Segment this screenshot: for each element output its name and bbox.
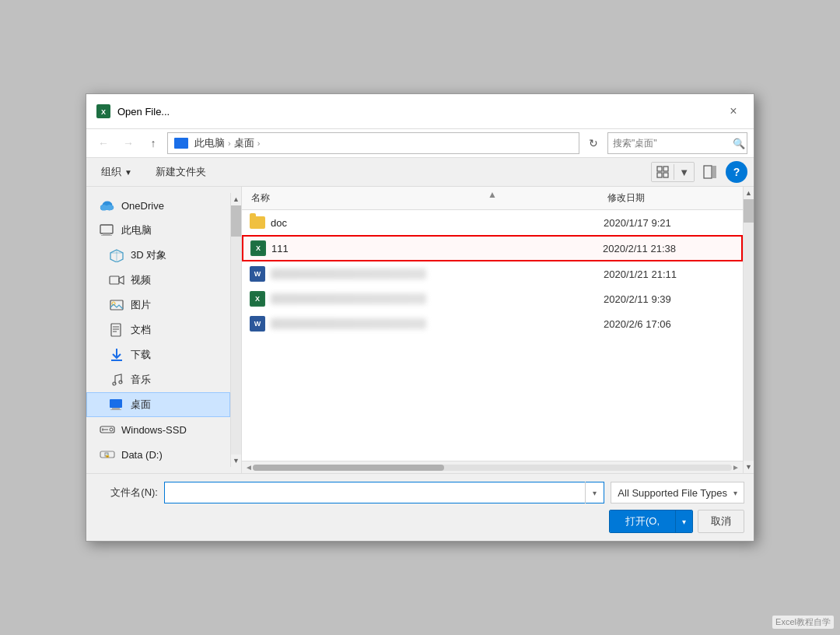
video-icon	[109, 272, 124, 288]
desktop-icon	[109, 397, 124, 412]
watermark: Excel教程自学	[772, 616, 834, 629]
sidebar-thispc-label: 此电脑	[121, 223, 152, 237]
h-scroll-right[interactable]: ►	[732, 463, 740, 472]
sidebar-item-video[interactable]: 视频	[86, 268, 230, 293]
file-name: doc	[271, 217, 287, 229]
view-grid-icon[interactable]	[652, 163, 674, 181]
v-scroll-up[interactable]: ▲	[744, 187, 754, 199]
new-folder-button[interactable]: 新建文件夹	[147, 161, 215, 183]
view-dropdown-icon[interactable]: ▼	[674, 163, 694, 181]
refresh-button[interactable]: ↻	[583, 132, 604, 154]
breadcrumb-sep-1: ›	[228, 139, 231, 148]
search-box: 🔍	[607, 132, 747, 154]
search-input[interactable]	[613, 138, 730, 149]
col-date[interactable]: 修改日期	[604, 190, 737, 206]
svg-text:🔒: 🔒	[105, 453, 110, 458]
buttons-row: 打开(O, ▾ 取消	[96, 510, 744, 533]
file-date: 2020/2/11 21:38	[603, 243, 735, 254]
sidebar-item-docs[interactable]: 文档	[86, 318, 230, 342]
filetype-select[interactable]: All Supported File Types ▾	[611, 482, 744, 503]
sidebar-images-label: 图片	[131, 298, 151, 312]
filename-input[interactable]	[165, 487, 585, 499]
back-button[interactable]: ←	[93, 132, 114, 154]
sidebar: OneDrive 此电脑	[86, 187, 242, 473]
file-area-wrap: ▲ 名称 修改日期 doc 2020/1/17 9:21	[242, 187, 754, 473]
svg-rect-31	[110, 399, 122, 408]
sidebar-windowsssd-label: Windows-SSD	[121, 424, 187, 436]
filename-input-wrap: ▾	[164, 482, 604, 503]
sidebar-item-desktop[interactable]: 桌面	[86, 392, 230, 417]
sidebar-scroll-thumb[interactable]	[231, 205, 241, 237]
table-row[interactable]: W 2020/1/21 21:11	[242, 261, 743, 286]
sidebar-item-3d[interactable]: 3D 对象	[86, 243, 230, 268]
onedrive-icon	[100, 198, 115, 213]
excel-icon: X	[250, 240, 267, 257]
sidebar-item-thispc[interactable]: 此电脑	[86, 218, 230, 243]
file-name-blurred-2	[271, 293, 426, 304]
organize-button[interactable]: 组织 ▼	[93, 161, 141, 183]
sidebar-item-images[interactable]: 图片	[86, 293, 230, 318]
open-arrow-dropdown[interactable]: ▾	[675, 510, 692, 532]
3d-icon	[109, 247, 124, 263]
help-button[interactable]: ?	[726, 161, 747, 183]
titlebar: X Open File... ×	[86, 94, 754, 129]
svg-rect-4	[657, 173, 662, 177]
v-scroll-track	[744, 199, 754, 461]
filename-row: 文件名(N): ▾ All Supported File Types ▾	[96, 482, 744, 503]
col-name[interactable]: 名称	[248, 190, 604, 206]
table-row[interactable]: W 2020/2/6 17:06	[242, 311, 743, 336]
breadcrumb[interactable]: 此电脑 › 桌面 ›	[167, 132, 579, 154]
cancel-button[interactable]: 取消	[698, 510, 744, 533]
breadcrumb-thispc: 此电脑	[194, 136, 225, 150]
table-row[interactable]: doc 2020/1/17 9:21	[242, 210, 743, 235]
open-split-button[interactable]: 打开(O, ▾	[609, 510, 693, 533]
organize-arrow-icon: ▼	[124, 168, 132, 177]
filetype-label: All Supported File Types	[618, 487, 727, 499]
svg-rect-33	[110, 409, 121, 410]
forward-button[interactable]: →	[117, 132, 139, 154]
sidebar-docs-label: 文档	[131, 323, 151, 337]
excel-icon-2: X	[249, 290, 266, 307]
sidebar-item-onedrive[interactable]: OneDrive	[86, 193, 230, 218]
sidebar-scroll-down[interactable]: ▼	[231, 454, 241, 467]
action-bar: 组织 ▼ 新建文件夹 ▼	[86, 158, 754, 187]
scroll-up-btn[interactable]: ▲	[481, 187, 504, 202]
music-icon	[109, 372, 124, 388]
sidebar-scrollbar[interactable]: ▲ ▼	[230, 193, 241, 467]
bottom-bar: 文件名(N): ▾ All Supported File Types ▾ 打开(…	[86, 473, 754, 541]
sidebar-item-windowsssd[interactable]: Windows-SSD	[86, 417, 230, 442]
up-button[interactable]: ↑	[142, 132, 164, 154]
file-name-cell: X	[249, 290, 604, 307]
preview-pane-button[interactable]	[699, 161, 721, 183]
sidebar-video-label: 视频	[131, 273, 151, 287]
folder-shape	[250, 216, 265, 229]
search-icon: 🔍	[733, 138, 745, 149]
file-name: 111	[271, 243, 289, 254]
close-button[interactable]: ×	[723, 100, 744, 122]
word-icon: W	[249, 265, 266, 282]
h-scroll-left[interactable]: ◄	[245, 463, 253, 472]
table-row[interactable]: X 2020/2/11 9:39	[242, 286, 743, 311]
open-file-dialog: X Open File... × ← → ↑ 此电脑 › 桌面 › ↻ 🔍 组织…	[86, 93, 754, 542]
table-row[interactable]: X 111 2020/2/11 21:38	[242, 235, 743, 261]
sidebar-item-datad[interactable]: 🔒 Data (D:)	[86, 442, 230, 467]
v-scroll-thumb[interactable]	[744, 199, 754, 223]
filename-dropdown[interactable]: ▾	[585, 482, 604, 503]
open-main-button[interactable]: 打开(O,	[610, 510, 675, 532]
svg-rect-37	[102, 428, 103, 431]
excel-shape-2: X	[250, 291, 265, 307]
nav-bar: ← → ↑ 此电脑 › 桌面 › ↻ 🔍	[86, 129, 754, 158]
file-name-cell: W	[249, 315, 604, 332]
sidebar-scroll-up[interactable]: ▲	[231, 193, 241, 205]
view-toggle[interactable]: ▼	[651, 162, 695, 182]
sidebar-item-music[interactable]: 音乐	[86, 367, 230, 392]
h-scrollbar[interactable]	[253, 465, 732, 471]
file-list-footer: ◄ ►	[242, 461, 743, 473]
v-scrollbar[interactable]: ▲ ▼	[743, 187, 754, 473]
organize-label: 组织	[101, 165, 121, 179]
svg-rect-7	[712, 166, 716, 178]
sidebar-item-downloads[interactable]: 下载	[86, 342, 230, 367]
svg-point-12	[105, 205, 114, 210]
v-scroll-down[interactable]: ▼	[744, 461, 754, 473]
pc-icon	[174, 138, 188, 149]
